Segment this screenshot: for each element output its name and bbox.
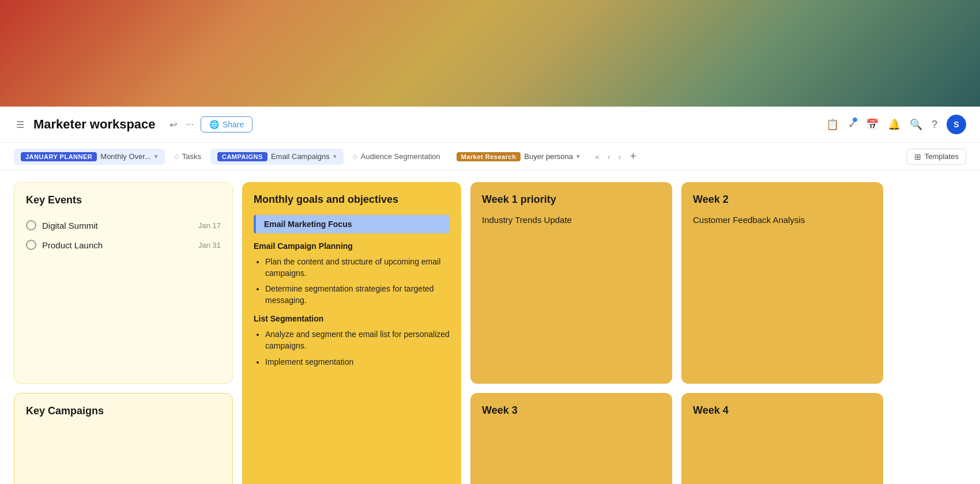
week2-card: Week 2 Customer Feedback Analysis <box>681 182 883 384</box>
top-bar: ☰ Marketer workspace ↩ ··· 🌐 Share 📋 ✓ 📅… <box>0 107 980 143</box>
week3-card: Week 3 <box>470 393 672 484</box>
week3-title: Week 3 <box>482 404 661 417</box>
key-events-card: Key Events Digital Summit Jan 17 Product… <box>14 182 233 384</box>
campaign-planning-list: Plan the content and structure of upcomi… <box>254 256 450 306</box>
event-date: Jan 31 <box>198 241 221 249</box>
menu-icon[interactable]: ☰ <box>14 117 27 133</box>
tab-next-button[interactable]: › <box>615 150 624 164</box>
monthly-goals-card: Monthly goals and objectives Email Marke… <box>242 182 461 484</box>
list-item: Plan the content and structure of upcomi… <box>265 256 450 279</box>
bell-icon[interactable]: 🔔 <box>888 118 900 131</box>
event-checkbox[interactable] <box>26 240 36 250</box>
event-product-launch: Product Launch Jan 31 <box>26 235 221 255</box>
event-name: Digital Summit <box>42 221 98 230</box>
tab-audience[interactable]: ◇ Audience Segmentation <box>346 149 447 164</box>
section-heading-campaign: Email Campaign Planning <box>254 241 450 251</box>
week2-content: Customer Feedback Analysis <box>693 215 872 225</box>
clipboard-icon[interactable]: 📋 <box>826 118 839 131</box>
tab-navigation: « ‹ › + <box>591 148 641 165</box>
more-button[interactable]: ··· <box>184 117 196 132</box>
tab-market-secondary: Buyer persona <box>524 152 573 161</box>
key-campaigns-card: Key Campaigns <box>14 393 233 484</box>
section-heading-segmentation: List Segmentation <box>254 314 450 323</box>
calendar-icon[interactable]: 📅 <box>866 118 879 131</box>
week1-card: Week 1 priority Industry Trends Update <box>470 182 672 384</box>
segmentation-list: Analyze and segment the email list for p… <box>254 329 450 368</box>
event-digital-summit: Digital Summit Jan 17 <box>26 215 221 235</box>
tab-january-planner[interactable]: JANUARY PLANNER Monthly Over... ▾ <box>14 149 165 165</box>
main-area: ☰ Marketer workspace ↩ ··· 🌐 Share 📋 ✓ 📅… <box>0 107 980 484</box>
tab-prev-button[interactable]: ‹ <box>604 150 614 164</box>
tab-tasks-label: Tasks <box>182 152 201 161</box>
diamond-icon: ◇ <box>353 153 357 160</box>
templates-label: Templates <box>925 152 959 161</box>
chevron-down-icon: ▾ <box>154 153 158 160</box>
week4-card: Week 4 <box>681 393 883 484</box>
search-icon[interactable]: 🔍 <box>910 118 922 131</box>
key-campaigns-title: Key Campaigns <box>26 405 221 417</box>
check-icon[interactable]: ✓ <box>848 118 857 131</box>
header-gradient <box>0 0 980 107</box>
list-item: Determine segmentation strategies for ta… <box>265 283 450 306</box>
share-label: Share <box>223 120 244 129</box>
tab-prev-prev-button[interactable]: « <box>591 150 603 164</box>
diamond-icon: ◇ <box>174 153 179 160</box>
tab-january-primary: JANUARY PLANNER <box>21 152 97 161</box>
chevron-down-icon: ▾ <box>333 153 337 160</box>
share-button[interactable]: 🌐 Share <box>201 116 252 133</box>
week4-title: Week 4 <box>693 404 872 417</box>
week1-title: Week 1 priority <box>482 194 661 206</box>
workspace-title: Marketer workspace <box>33 117 156 132</box>
board-content: Key Events Digital Summit Jan 17 Product… <box>0 171 980 484</box>
list-item: Analyze and segment the email list for p… <box>265 329 450 351</box>
tab-january-secondary: Monthly Over... <box>100 152 150 161</box>
board-column-2: Monthly goals and objectives Email Marke… <box>242 182 461 472</box>
tab-bar: JANUARY PLANNER Monthly Over... ▾ ◇ Task… <box>0 143 980 171</box>
tab-campaigns-primary: CAMPAIGNS <box>217 152 267 161</box>
event-name: Product Launch <box>42 240 103 250</box>
week1-content: Industry Trends Update <box>482 215 661 225</box>
tab-campaigns-secondary: Email Campaigns <box>271 152 330 161</box>
key-events-title: Key Events <box>26 194 221 206</box>
avatar[interactable]: S <box>947 115 966 134</box>
tab-market-primary: Market Research <box>457 152 521 161</box>
chevron-down-icon: ▾ <box>576 153 580 160</box>
board-column-4: Week 2 Customer Feedback Analysis Week 4 <box>681 182 883 472</box>
monthly-goals-title: Monthly goals and objectives <box>254 194 450 206</box>
event-checkbox[interactable] <box>26 220 36 230</box>
tab-audience-label: Audience Segmentation <box>361 152 440 161</box>
top-bar-actions: ↩ ··· 🌐 Share <box>167 116 253 133</box>
tab-market-research[interactable]: Market Research Buyer persona ▾ <box>450 149 587 165</box>
week2-title: Week 2 <box>693 194 872 206</box>
top-bar-right: 📋 ✓ 📅 🔔 🔍 ? S <box>826 115 966 134</box>
event-date: Jan 17 <box>198 221 221 230</box>
tab-add-button[interactable]: + <box>625 148 641 165</box>
undo-button[interactable]: ↩ <box>167 117 179 133</box>
grid-icon: ⊞ <box>914 152 921 161</box>
help-icon[interactable]: ? <box>932 119 937 131</box>
board-column-3: Week 1 priority Industry Trends Update W… <box>470 182 672 472</box>
templates-button[interactable]: ⊞ Templates <box>907 149 966 165</box>
tab-tasks[interactable]: ◇ Tasks <box>167 149 208 164</box>
tab-campaigns[interactable]: CAMPAIGNS Email Campaigns ▾ <box>210 149 344 165</box>
list-item: Implement segmentation <box>265 357 450 368</box>
globe-icon: 🌐 <box>209 120 219 129</box>
focus-badge: Email Marketing Focus <box>254 215 450 233</box>
board-column-1: Key Events Digital Summit Jan 17 Product… <box>14 182 233 472</box>
